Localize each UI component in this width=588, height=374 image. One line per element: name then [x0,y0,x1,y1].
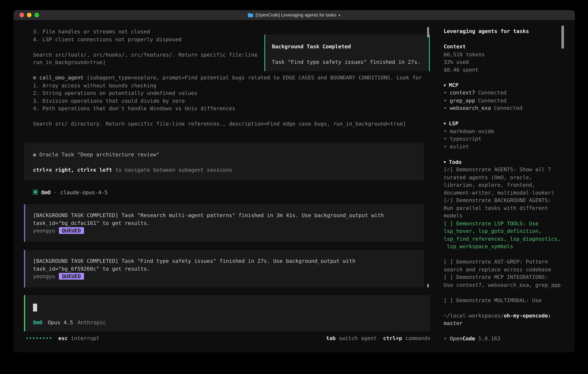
git-branch: master [444,319,575,327]
provider-label: Anthropic [78,319,106,325]
conversation-pane: 3. File handles or streams not closed 4.… [13,20,438,352]
blank-line [265,51,429,58]
lsp-item: •eslint [444,143,575,150]
active-agent-label: OmO [33,319,42,325]
oracle-task-panel: ◉ Oracle Task "Deep architecture review"… [24,143,424,180]
mcp-item: •context7Connected [444,89,575,96]
toast-title: Background Task Completed [265,43,429,50]
maximize-button[interactable] [34,13,39,17]
mcp-item: •grep_appConnected [444,96,575,104]
app-name-code: Code [462,335,475,342]
minimize-button[interactable] [27,13,32,17]
todo-line-active: lsp_workspace_symbols [444,242,575,250]
main-scrollbar-marker[interactable] [427,284,429,288]
todo-line-active: lsp_find_references, lsp_diagnostics, [444,235,575,242]
main-scrollbar-thumb[interactable] [427,27,429,38]
blank-line [444,35,575,43]
bullet-icon: • [444,335,447,342]
todo-line-active: lsp_hover, lsp_goto_definition, [444,227,575,235]
blank-line [444,304,575,312]
tool-args: [subagent_type=explore, prompt=Find pote… [84,75,422,81]
bullet-icon: • [444,136,447,142]
workspace-path: ~/local-workspaces/oh-my-opencode: [444,312,575,319]
titlebar: [OpenCode] Leveraging agents for tasks ◑ [13,10,575,20]
todo-line: [ ] Demonstrate MULTIMODAL: Use [444,296,575,304]
log-line: 3. Division operations that could divide… [24,97,438,104]
agent-name: OmO [41,189,51,195]
blank-line [24,158,424,166]
esc-key-label: esc [58,335,68,341]
esc-action-label: interrupt [68,335,99,341]
sidebar-scrollbar-thumb[interactable] [561,25,564,49]
record-icon: ◉ [33,151,36,157]
prompt-input[interactable]: OmOOpus 4.5Anthropic [24,295,430,331]
bullet-icon: • [444,97,447,103]
bullet-icon: • [444,105,447,111]
lsp-item-name: markdown-oxide [450,128,494,134]
message-body-line: [BACKGROUND TASK COMPLETED] Task "Resear… [25,211,424,219]
message-author: yeongyu [33,228,55,233]
separator: · [51,189,60,195]
todo-line: search and replace across codebase [444,266,575,273]
ctrlp-action-label: commands [402,335,430,341]
queued-badge: QUEUED [59,273,84,280]
lsp-heading[interactable]: ▼LSP [444,120,575,127]
activity-dots-icon: •••••••• [25,335,52,341]
mcp-item-name: websearch_exa [450,105,491,111]
agent-icon [33,189,38,194]
workspace-path-prefix: ~/local-workspaces/ [444,312,504,318]
blank-line [444,289,575,296]
lsp-item: •markdown-oxide [444,127,575,135]
todo-heading[interactable]: ▼Todo [444,158,575,166]
log-line: 2. String operations on potentially unde… [24,89,438,97]
todo-heading-label: Todo [449,159,462,165]
blank-line [24,112,438,120]
mcp-item-name: context7 [450,90,475,95]
message-footer: yeongyuQUEUED [25,227,424,234]
context-heading: Context [444,43,575,50]
folder-icon [248,13,253,17]
message-card: [BACKGROUND TASK COMPLETED] Task "Find t… [24,250,424,288]
shortcut-keys: ctrl+x right, ctrl+x left [33,166,112,173]
blank-line [444,250,575,258]
chevron-down-icon: ▼ [444,158,446,166]
window-title-text: [OpenCode] Leveraging agents for tasks ◑ [255,12,340,18]
tab-action-label: switch agent [336,335,377,341]
todo-line: models [444,212,575,219]
oracle-title: Oracle Task "Deep architecture review" [36,151,159,157]
mcp-item-status: Connected [494,105,522,111]
text-cursor [33,303,37,311]
todo-line: [ ] Demonstrate MCP INTEGRATIONS: [444,273,575,281]
todo-line: document-writer, multimodal-looker) [444,189,575,197]
todo-line: [✓] Demonstrate AGENTS: Show all 7 [444,166,575,173]
close-button[interactable] [20,13,24,17]
app-version: •OpenCode 1.0.163 [444,335,575,343]
blank-line [444,150,575,158]
mcp-item-name: grep_app [450,97,475,103]
log-line: 3. File handles or streams not closed [24,28,438,35]
notification-toast: Background Task Completed Task "Find typ… [264,34,430,71]
context-spent: $0.46 spent [444,66,575,73]
shortcut-hint: to navigate between subagent sessions [112,166,232,173]
message-body-line: task_id="bg_6f59260c" to get results. [25,265,424,272]
active-model-label: Opus 4.5 [48,319,73,325]
mcp-heading-label: MCP [449,82,459,88]
log-line: 4. Path operations that don't handle Win… [24,104,438,112]
gear-icon: ⚙ [33,75,36,81]
blank-line [444,327,575,335]
bullet-icon: • [444,90,447,95]
app-version-number: 1.0.163 [475,335,501,342]
bullet-icon: • [444,143,447,149]
mcp-item: •websearch_exaConnected [444,104,575,112]
tool-name: call_omo_agent [36,75,84,81]
mcp-item-status: Connected [478,97,506,103]
mcp-heading[interactable]: ▼MCP [444,81,575,89]
terminal-window: [OpenCode] Leveraging agents for tasks ◑… [13,10,575,352]
lsp-item: •typescript [444,135,575,143]
ctrlp-key-label: ctrl+p [383,335,402,341]
lsp-heading-label: LSP [449,120,459,126]
agent-model: claude-opus-4-5 [60,189,108,195]
log-line: Search src/ directory. Return specific f… [24,120,438,128]
window-title: [OpenCode] Leveraging agents for tasks ◑ [248,12,340,18]
status-left: ••••••••esc interrupt [25,334,99,342]
